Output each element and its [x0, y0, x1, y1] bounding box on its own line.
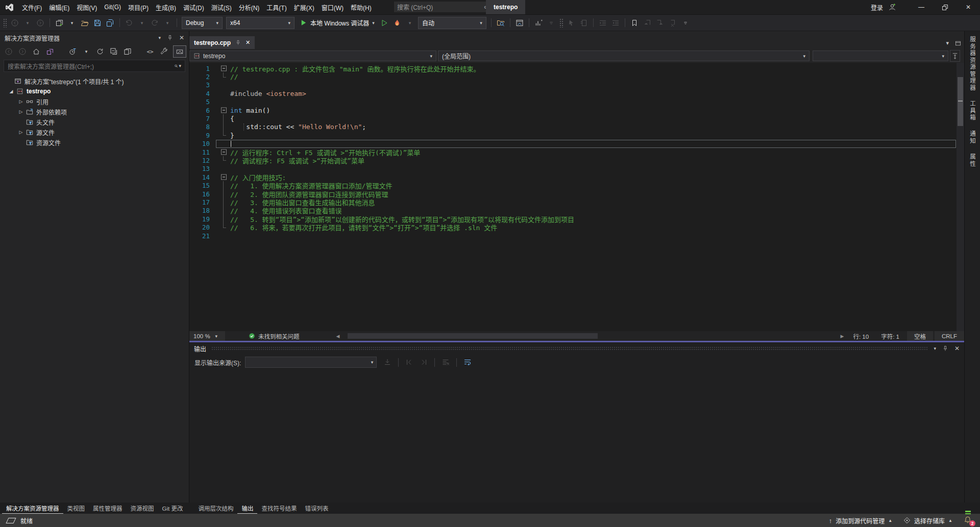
tree-collapsed-arrow-icon[interactable]: ▷ — [17, 99, 25, 104]
menu-item-9[interactable]: 工具(T) — [263, 0, 290, 14]
collapse-all-icon[interactable] — [109, 46, 118, 57]
scroll-left-icon[interactable]: ◀ — [333, 334, 343, 339]
window-position-icon[interactable]: ▾ — [934, 346, 936, 351]
tab-list-chevron-icon[interactable]: ▾ — [946, 40, 949, 46]
solution-explorer-search-input[interactable]: 搜索解决方案资源管理器(Ctrl+;) ⌕▾ — [4, 60, 185, 72]
bottom-panel-tab-2[interactable]: 查找符号结果 — [257, 503, 301, 513]
code-line[interactable]: 19// 5. 转到“项目”>“添加新项”以创建新的代码文件，或转到“项目”>“… — [189, 215, 964, 223]
window-list-icon[interactable] — [955, 40, 961, 46]
switch-views-icon[interactable] — [45, 46, 55, 57]
performance-icon[interactable] — [533, 17, 544, 29]
home-icon[interactable] — [32, 46, 41, 57]
right-tab-2[interactable]: 通知 — [968, 131, 976, 144]
code-line[interactable]: 6int main() — [189, 106, 964, 114]
menu-item-8[interactable]: 分析(N) — [235, 0, 263, 14]
properties-wrench-icon[interactable] — [159, 46, 168, 57]
close-icon[interactable]: ✕ — [246, 39, 250, 46]
code-line[interactable]: 21 — [189, 232, 964, 240]
notifications-button[interactable]: 2 — [964, 516, 973, 525]
right-tab-1[interactable]: 工具箱 — [968, 101, 976, 121]
panel-tab-4[interactable]: Git 更改 — [158, 503, 187, 513]
nav-member-dropdown[interactable]: ▾ — [813, 51, 948, 61]
select-repository-button[interactable]: 选择存储库 ▲ — [903, 516, 952, 525]
add-account-person-icon[interactable] — [888, 3, 896, 11]
menu-item-1[interactable]: 编辑(E) — [45, 0, 73, 14]
sign-in-button[interactable]: 登录 — [871, 3, 883, 12]
open-folder-icon[interactable] — [79, 17, 90, 29]
scrollbar-thumb[interactable] — [348, 333, 598, 339]
show-all-files-icon[interactable] — [123, 46, 132, 57]
code-line[interactable]: 16// 2. 使用团队资源管理器窗口连接到源代码管理 — [189, 190, 964, 198]
code-line[interactable]: 15// 1. 使用解决方案资源管理器窗口添加/管理文件 — [189, 181, 964, 189]
right-tab-0[interactable]: 服务器资源管理器 — [968, 36, 976, 91]
menu-item-0[interactable]: 文件(F) — [18, 0, 45, 14]
caret-down-icon[interactable]: ▾ — [82, 46, 91, 57]
code-editor[interactable]: 1// testrepo.cpp : 此文件包含 "main" 函数。程序执行将… — [189, 63, 964, 331]
panel-drag-handle[interactable] — [211, 346, 928, 350]
word-wrap-icon[interactable] — [462, 357, 473, 368]
editor-vertical-scrollbar[interactable] — [957, 63, 964, 331]
bottom-panel-tab-1[interactable]: 输出 — [237, 503, 257, 514]
menu-item-3[interactable]: Git(G) — [101, 0, 125, 14]
start-debugging-button[interactable]: 本地 Windows 调试器▾ — [297, 17, 377, 29]
tree-item-4[interactable]: 头文件 — [0, 117, 189, 127]
code-line[interactable]: 9} — [189, 131, 964, 139]
code-line[interactable]: 12// 调试程序: F5 或调试 >“开始调试”菜单 — [189, 156, 964, 164]
tree-item-1[interactable]: ◢testrepo — [0, 86, 189, 96]
line-ending-indicator[interactable]: CRLF — [935, 331, 964, 341]
code-line[interactable]: 1// testrepo.cpp : 此文件包含 "main" 函数。程序执行将… — [189, 64, 964, 72]
close-icon[interactable]: ✕ — [957, 0, 980, 14]
tree-collapsed-arrow-icon[interactable]: ▷ — [17, 109, 25, 114]
pending-changes-icon[interactable] — [68, 46, 77, 57]
pin-icon[interactable] — [167, 35, 173, 41]
panel-tab-1[interactable]: 类视图 — [63, 503, 89, 513]
close-icon[interactable]: ✕ — [179, 34, 184, 41]
menu-item-11[interactable]: 窗口(W) — [318, 0, 347, 14]
window-position-icon[interactable]: ▾ — [158, 35, 161, 40]
save-all-icon[interactable] — [105, 17, 116, 29]
pin-icon[interactable] — [942, 345, 948, 352]
menu-item-10[interactable]: 扩展(X) — [290, 0, 318, 14]
bookmark-icon[interactable] — [629, 17, 640, 29]
zoom-level-select[interactable]: 100 % ▾ — [189, 331, 225, 341]
fold-collapse-icon[interactable] — [216, 64, 230, 72]
code-line[interactable]: 17// 3. 使用输出窗口查看生成输出和其他消息 — [189, 198, 964, 206]
play-outline-icon[interactable] — [379, 17, 390, 29]
scrollbar-thumb[interactable] — [958, 77, 963, 126]
tree-item-3[interactable]: ▷外部依赖项 — [0, 107, 189, 117]
tree-item-6[interactable]: 资源文件 — [0, 137, 189, 147]
panel-tab-2[interactable]: 属性管理器 — [89, 503, 127, 513]
code-line[interactable]: 3 — [189, 81, 964, 89]
code-line[interactable]: 10 — [189, 140, 964, 148]
fold-collapse-icon[interactable] — [216, 173, 230, 181]
spaces-indicator[interactable]: 空格 — [907, 331, 933, 341]
fold-collapse-icon[interactable] — [216, 106, 230, 114]
nav-scope-dropdown[interactable]: (全局范围) ▾ — [438, 51, 810, 61]
preview-selected-icon[interactable] — [173, 45, 186, 58]
minimize-icon[interactable]: — — [910, 0, 933, 14]
output-content[interactable] — [189, 370, 964, 503]
menu-item-12[interactable]: 帮助(H) — [347, 0, 375, 14]
view-code-icon[interactable]: <> — [145, 46, 155, 57]
code-line[interactable]: 2// — [189, 72, 964, 81]
code-line[interactable]: 4#include <iostream> — [189, 89, 964, 97]
menu-item-7[interactable]: 测试(S) — [208, 0, 235, 14]
fold-collapse-icon[interactable] — [216, 148, 230, 156]
split-editor-icon[interactable] — [950, 50, 960, 62]
close-icon[interactable]: ✕ — [954, 345, 960, 352]
tree-collapsed-arrow-icon[interactable]: ▷ — [17, 130, 25, 135]
nav-project-dropdown[interactable]: testrepo ▾ — [189, 51, 436, 61]
right-tab-3[interactable]: 属性 — [968, 154, 976, 167]
bottom-panel-tab-0[interactable]: 调用层次结构 — [194, 503, 237, 513]
code-line[interactable]: 13 — [189, 165, 964, 173]
new-project-icon[interactable] — [54, 17, 65, 29]
editor-horizontal-scrollbar[interactable] — [342, 331, 837, 341]
pin-icon[interactable] — [235, 40, 241, 45]
tree-item-5[interactable]: ▷源文件 — [0, 127, 189, 137]
hot-reload-mode-select[interactable]: 自动▾ — [418, 17, 486, 29]
menu-item-5[interactable]: 生成(B) — [152, 0, 180, 14]
save-icon[interactable] — [92, 17, 103, 29]
panel-tab-0[interactable]: 解决方案资源管理器 — [2, 503, 63, 514]
tree-expanded-arrow-icon[interactable]: ◢ — [7, 89, 15, 94]
restore-icon[interactable] — [933, 0, 957, 14]
